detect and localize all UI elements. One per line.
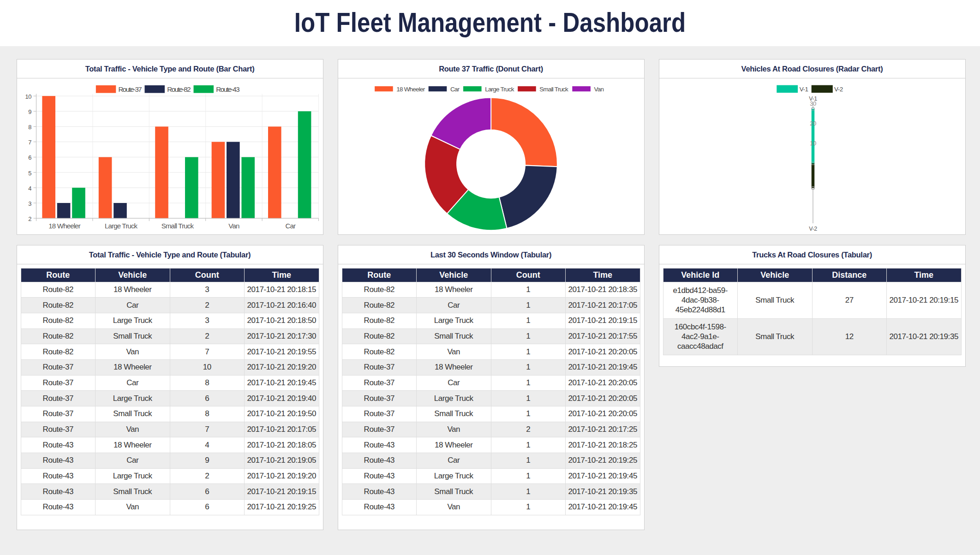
svg-text:7: 7	[28, 139, 31, 146]
svg-text:9: 9	[28, 108, 31, 115]
svg-text:Car: Car	[450, 85, 460, 92]
svg-text:10: 10	[810, 139, 816, 146]
svg-text:Route-43: Route-43	[216, 85, 239, 93]
svg-text:V-2: V-2	[809, 226, 817, 232]
svg-text:Small Truck: Small Truck	[539, 85, 568, 92]
svg-text:Van: Van	[594, 85, 604, 92]
svg-text:18 Wheeler: 18 Wheeler	[48, 221, 81, 229]
svg-text:2: 2	[28, 215, 31, 222]
svg-text:8: 8	[28, 124, 31, 131]
svg-text:V-1: V-1	[799, 86, 808, 93]
svg-text:V-2: V-2	[834, 86, 843, 93]
svg-text:3: 3	[28, 200, 31, 207]
svg-text:Car: Car	[285, 221, 296, 229]
svg-text:18 Wheeler: 18 Wheeler	[396, 85, 425, 92]
svg-text:Route-82: Route-82	[167, 85, 191, 93]
svg-text:Route-37: Route-37	[118, 85, 142, 93]
svg-text:5: 5	[28, 169, 31, 176]
svg-text:Large Truck: Large Truck	[104, 221, 137, 229]
svg-text:Large Truck: Large Truck	[485, 85, 514, 92]
svg-text:V-1: V-1	[809, 95, 817, 101]
svg-text:4: 4	[28, 185, 31, 191]
svg-text:20: 20	[810, 119, 816, 126]
svg-text:10: 10	[25, 93, 31, 100]
svg-text:6: 6	[28, 154, 31, 161]
svg-text:Small Truck: Small Truck	[161, 221, 194, 229]
svg-text:Van: Van	[228, 221, 239, 229]
